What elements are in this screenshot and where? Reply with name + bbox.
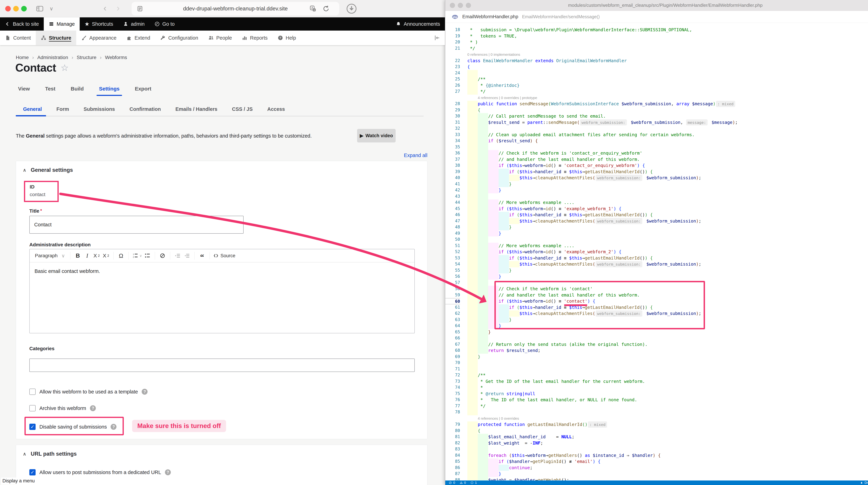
editor-content[interactable]: Basic email contact webform. — [30, 262, 414, 280]
codelens-text[interactable]: 4 references | 0 overrides | prototype — [478, 95, 537, 101]
indent-band — [467, 458, 478, 465]
tab-export[interactable]: Export — [127, 83, 159, 96]
code-token: $webform_submission — [621, 101, 671, 107]
collapse-toolbar-icon[interactable] — [429, 31, 445, 45]
menu-item-structure[interactable]: Structure — [36, 31, 76, 45]
tab-build[interactable]: Build — [63, 83, 91, 96]
sidebar-toggle-icon[interactable] — [36, 4, 44, 13]
expand-all-link[interactable]: Expand all — [391, 152, 427, 158]
indent-guides — [467, 477, 488, 481]
close-window-button[interactable] — [5, 6, 11, 11]
subtab-css-js[interactable]: CSS / JS — [225, 104, 260, 116]
tab-view[interactable]: View — [10, 83, 37, 96]
breadcrumb-link[interactable]: Administration — [37, 55, 68, 60]
paragraph-dropdown[interactable]: Paragraph∨ — [33, 253, 67, 259]
toolbar-item-shortcuts[interactable]: ★Shortcuts — [80, 18, 118, 31]
watch-video-button[interactable]: ▶ Watch video — [357, 129, 396, 142]
codelens-text[interactable]: 4 references | 0 overrides — [478, 415, 519, 422]
source-button[interactable]: Source — [213, 251, 236, 260]
subtab-emails-handlers[interactable]: Emails / Handlers — [168, 104, 225, 116]
favorite-star-icon[interactable]: ☆ — [61, 62, 69, 73]
menu-item-help[interactable]: ?Help — [273, 31, 301, 45]
indent-guides — [467, 76, 478, 82]
address-bar[interactable]: ddev-drupal-webform-cleanup-trial.ddev.s… — [132, 2, 339, 16]
code-token — [644, 310, 646, 317]
bulleted-list-button[interactable] — [144, 251, 151, 260]
sidebar-chevron-icon[interactable]: ∨ — [50, 5, 53, 12]
minimize-window-button[interactable] — [13, 6, 19, 11]
toolbar-item-back-to-site[interactable]: Back to site — [0, 18, 44, 31]
checkbox-unchecked[interactable] — [29, 389, 36, 395]
menu-item-content[interactable]: Content — [0, 31, 36, 45]
code-token: id — [546, 298, 551, 304]
help-icon[interactable]: ? — [111, 424, 117, 430]
code-token — [648, 212, 650, 218]
tab-test[interactable]: Test — [37, 83, 63, 96]
code-line: 29{ — [445, 107, 868, 113]
breadcrumb-link[interactable]: Home — [16, 55, 29, 60]
subtab-form[interactable]: Form — [49, 104, 76, 116]
url-text[interactable]: ddev-drupal-webform-cleanup-trial.ddev.s… — [132, 5, 339, 12]
status-warning-triangle[interactable]: 0 — [460, 481, 466, 485]
block-quote-button[interactable]: “ — [198, 251, 206, 260]
help-icon[interactable]: ? — [142, 389, 148, 395]
dedicated-url-checkbox-row[interactable]: ✓ Allow users to post submissions from a… — [29, 469, 171, 476]
subtab-access[interactable]: Access — [260, 104, 292, 116]
italic-button[interactable]: I — [83, 251, 91, 260]
link-button[interactable] — [158, 251, 166, 260]
special-character-button[interactable]: Ω — [117, 251, 125, 260]
status-error-circle[interactable]: 0 — [449, 481, 455, 485]
code-token: → — [525, 452, 527, 459]
toolbar-item-go-to[interactable]: Go to — [150, 18, 180, 31]
checkbox-checked[interactable]: ✓ — [29, 469, 36, 476]
menu-item-appearance[interactable]: Appearance — [76, 31, 121, 45]
forward-icon[interactable]: › — [117, 3, 120, 13]
general-settings-header[interactable]: ∧ General settings — [16, 161, 427, 179]
checkbox-unchecked[interactable] — [29, 405, 36, 411]
status-drupal[interactable]: Drupal — [860, 481, 868, 485]
drupal-drop-icon — [860, 481, 863, 484]
toolbar-item-manage[interactable]: Manage — [44, 18, 80, 31]
breadcrumb-link[interactable]: Webforms — [105, 55, 127, 60]
window-controls[interactable] — [5, 6, 27, 11]
toolbar-item-admin[interactable]: admin — [118, 18, 150, 31]
numbered-list-button[interactable]: 12∨ — [132, 251, 142, 260]
checkbox-row-2[interactable]: Archive this webform? — [29, 405, 96, 411]
bold-button[interactable]: B — [74, 251, 82, 260]
editor-breadcrumb[interactable]: EmailWebformHandler/sendMessage() — [522, 14, 600, 20]
code-area[interactable]: 18 * submission = \Drupal\webform\Plugin… — [445, 23, 868, 481]
tab-settings[interactable]: Settings — [91, 83, 127, 96]
outdent-button[interactable] — [183, 251, 191, 260]
title-input[interactable] — [29, 216, 244, 234]
help-icon[interactable]: ? — [165, 469, 171, 475]
code-token — [514, 255, 517, 261]
breadcrumb-link[interactable]: Structure — [77, 55, 96, 60]
codelens-text[interactable]: 0 references | 0 implementations — [467, 51, 520, 58]
menu-item-extend[interactable]: Extend — [121, 31, 155, 45]
checkbox-checked[interactable]: ✓ — [29, 424, 36, 430]
help-icon[interactable]: ? — [90, 405, 96, 411]
reload-icon[interactable] — [322, 5, 330, 12]
code-token: 'email' — [575, 458, 593, 465]
zoom-window-button[interactable] — [21, 6, 27, 11]
subtab-confirmation[interactable]: Confirmation — [122, 104, 168, 116]
superscript-button[interactable]: X2 — [102, 251, 110, 260]
status-circle[interactable]: 1 — [470, 481, 477, 485]
toolbar-item-announcements[interactable]: Announcements — [391, 18, 445, 31]
back-icon[interactable]: ‹ — [103, 3, 106, 13]
downloads-button[interactable] — [345, 2, 358, 15]
subscript-button[interactable]: X2 — [93, 251, 100, 260]
translate-icon[interactable]: Ax — [309, 5, 317, 12]
subtab-submissions[interactable]: Submissions — [76, 104, 122, 116]
checkbox-row-1[interactable]: Allow this webform to be used as a templ… — [29, 389, 148, 395]
checkbox-row-3[interactable]: ✓Disable saving of submissions? — [29, 424, 117, 430]
editor-tab-filename[interactable]: EmailWebformHandler.php — [462, 14, 518, 20]
menu-item-configuration[interactable]: Configuration — [155, 31, 203, 45]
url-path-settings-header[interactable]: ∧ URL path settings — [16, 445, 427, 463]
code-token: handler_id — [535, 212, 561, 218]
indent-button[interactable] — [174, 251, 182, 260]
subtab-general[interactable]: General — [16, 104, 49, 116]
menu-item-people[interactable]: People — [203, 31, 237, 45]
categories-select[interactable] — [29, 359, 415, 372]
menu-item-reports[interactable]: Reports — [237, 31, 273, 45]
